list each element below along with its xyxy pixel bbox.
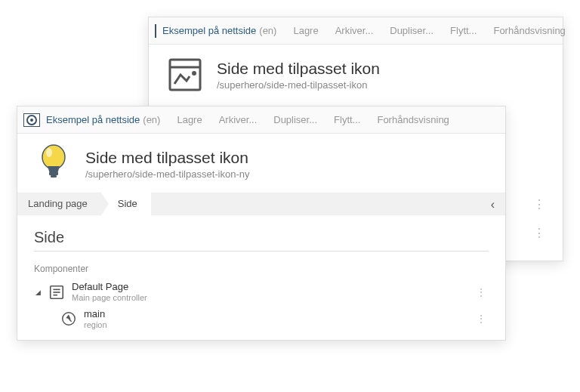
tree-item-label: Default Page [72, 282, 147, 293]
action-move[interactable]: Flytt... [443, 25, 484, 36]
tree-toggle-icon[interactable]: ◢ [34, 289, 42, 296]
content-title: Side med tilpasset ikon [85, 149, 492, 167]
section-title: Side [34, 229, 489, 252]
action-duplicate[interactable]: Dupliser... [382, 25, 441, 36]
svg-point-3 [42, 145, 65, 169]
svg-rect-6 [51, 175, 57, 177]
action-preview[interactable]: Forhåndsvisning [486, 25, 572, 36]
tree-item-sublabel: region [84, 320, 107, 330]
action-save[interactable]: Lagre [285, 25, 325, 36]
action-duplicate[interactable]: Dupliser... [266, 114, 325, 125]
content-custom-icon [34, 144, 73, 184]
action-move[interactable]: Flytt... [326, 114, 368, 125]
site-name: Eksempel på nettside [162, 25, 256, 36]
svg-rect-5 [49, 172, 58, 175]
app-icon [23, 113, 40, 127]
svg-point-4 [46, 148, 52, 157]
content-title: Side med tilpasset ikon [217, 60, 549, 78]
svg-point-2 [192, 71, 196, 76]
content-header: Side med tilpasset ikon /superhero/side-… [149, 45, 563, 103]
site-lang: (en) [259, 25, 276, 36]
content-type-icon [165, 55, 205, 94]
site-name: Eksempel på nettside [46, 114, 140, 125]
content-path: /superhero/side-med-tilpasset-ikon [217, 79, 549, 91]
tree-item-sublabel: Main page controller [72, 293, 147, 303]
chevron-left-icon: ‹ [491, 198, 495, 211]
wizard-step-root[interactable]: Landing page [17, 193, 101, 215]
collapse-button[interactable]: ‹ [486, 193, 499, 216]
action-archive[interactable]: Arkiver... [328, 25, 381, 36]
action-save[interactable]: Lagre [169, 114, 209, 125]
content-header: Side med tilpasset ikon /superhero/side-… [17, 134, 505, 193]
editor-panel-foreground: Eksempel på nettside (en) Lagre Arkiver.… [17, 106, 506, 341]
kebab-icon[interactable]: ⋮ [533, 197, 545, 211]
topbar: Eksempel på nettside (en) Lagre Arkiver.… [17, 106, 505, 134]
component-tree: ◢ Default Page Main page controller ⋮ [34, 279, 489, 332]
tree-item-label: main [84, 309, 107, 320]
topbar: Eksempel på nettside (en) Lagre Arkiver.… [149, 17, 563, 45]
region-icon [60, 310, 78, 328]
site-lang: (en) [143, 114, 160, 125]
app-icon [155, 24, 156, 38]
drag-handle-icon[interactable]: ⋮ [476, 286, 486, 298]
content-path: /superhero/side-med-tilpasset-ikon-ny [85, 168, 492, 180]
wizard-steps: Landing page Side ‹ [17, 193, 505, 215]
kebab-icon[interactable]: ⋮ [533, 226, 545, 240]
page-section: Side Komponenter ◢ Default Page Main pag… [17, 215, 505, 340]
drag-handle-icon[interactable]: ⋮ [476, 313, 486, 325]
svg-marker-12 [66, 315, 70, 319]
action-preview[interactable]: Forhåndsvisning [369, 114, 456, 125]
components-label: Komponenter [34, 264, 489, 274]
tree-row-child[interactable]: main region ⋮ [60, 306, 489, 333]
action-archive[interactable]: Arkiver... [211, 114, 265, 125]
page-icon [48, 283, 66, 301]
tree-row-root[interactable]: ◢ Default Page Main page controller ⋮ [34, 279, 489, 306]
